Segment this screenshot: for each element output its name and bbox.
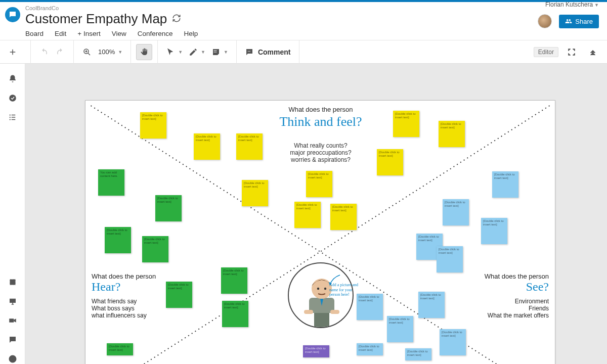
- app-logo[interactable]: [5, 7, 20, 22]
- workspace-name[interactable]: CoolBrandCo: [25, 5, 599, 11]
- list-icon[interactable]: [8, 112, 18, 122]
- select-area-icon[interactable]: [8, 277, 18, 287]
- sticky-note[interactable]: [Double click to insert text]: [105, 227, 131, 253]
- sticky-note[interactable]: [Double click to insert text]: [303, 345, 329, 357]
- sticky-note[interactable]: [Double click to insert text]: [142, 236, 168, 262]
- zoom-level[interactable]: 100%▼: [95, 44, 125, 60]
- persona-hint: Add a picture and name for your person h…: [329, 283, 360, 297]
- app-header: Florian Kutschera▼ CoolBrandCo Customer …: [0, 2, 607, 40]
- board-title[interactable]: Customer Empathy Map: [25, 11, 167, 27]
- check-circle-icon[interactable]: [8, 93, 18, 103]
- sticky-note[interactable]: [Double click to insert text]: [107, 343, 133, 355]
- svg-rect-23: [330, 310, 339, 314]
- undo-button[interactable]: [36, 44, 52, 60]
- sticky-note[interactable]: [Double click to insert text]: [437, 246, 463, 272]
- chat-icon[interactable]: [8, 335, 18, 345]
- compass-icon[interactable]: [8, 354, 18, 364]
- bell-icon[interactable]: [8, 74, 18, 84]
- sticky-note[interactable]: [Double click to insert text]: [492, 171, 518, 198]
- hear-question: What does the person: [92, 272, 193, 280]
- collapse-icon[interactable]: [585, 44, 601, 60]
- left-rail: [0, 64, 25, 364]
- svg-rect-12: [10, 299, 16, 303]
- sticky-note[interactable]: [Double click to insert text]: [166, 282, 192, 308]
- editor-badge[interactable]: Editor: [534, 47, 558, 57]
- sticky-note[interactable]: [Double click to insert text]: [306, 171, 332, 197]
- sticky-note[interactable]: [Double click to insert text]: [330, 204, 357, 230]
- sticky-note[interactable]: [Double click to insert text]: [393, 111, 419, 137]
- menu-conference[interactable]: Conference: [138, 30, 173, 37]
- menu-board[interactable]: Board: [25, 30, 44, 37]
- sticky-note[interactable]: You can add content here.: [98, 169, 124, 196]
- sticky-note[interactable]: [Double click to insert text]: [194, 133, 220, 160]
- think-question: What does the person: [255, 106, 386, 113]
- svg-rect-6: [11, 115, 15, 116]
- sticky-note[interactable]: [Double click to insert text]: [221, 267, 247, 294]
- avatar[interactable]: [538, 14, 552, 28]
- see-heading: See?: [448, 280, 549, 294]
- canvas[interactable]: What does the person Think and feel? Wha…: [25, 64, 607, 364]
- zoom-icon[interactable]: [79, 44, 95, 60]
- pen-tool[interactable]: ▼: [186, 44, 208, 60]
- svg-rect-13: [9, 318, 14, 323]
- present-icon[interactable]: [8, 296, 18, 306]
- sticky-note[interactable]: [Double click to insert text]: [481, 218, 507, 244]
- redo-button[interactable]: [52, 44, 68, 60]
- svg-point-4: [9, 95, 16, 102]
- svg-rect-8: [11, 117, 15, 118]
- svg-point-5: [9, 114, 10, 115]
- svg-point-9: [9, 119, 10, 120]
- share-button[interactable]: Share: [559, 15, 599, 28]
- sync-icon[interactable]: [172, 14, 181, 25]
- sticky-note[interactable]: [Double click to insert text]: [222, 301, 248, 327]
- menu-help[interactable]: Help: [184, 30, 198, 37]
- fullscreen-icon[interactable]: [563, 44, 580, 60]
- comment-button[interactable]: Comment: [242, 44, 294, 60]
- add-button[interactable]: [5, 44, 21, 60]
- sticky-note[interactable]: [Double click to insert text]: [242, 180, 268, 206]
- sticky-note[interactable]: [Double click to insert text]: [377, 149, 403, 175]
- sticky-note[interactable]: [Double click to insert text]: [418, 292, 445, 318]
- menu-insert[interactable]: + Insert: [77, 30, 100, 37]
- think-heading: Think and feel?: [255, 114, 386, 129]
- pointer-tool[interactable]: ▼: [163, 44, 186, 60]
- video-icon[interactable]: [8, 315, 18, 326]
- share-label: Share: [575, 18, 593, 25]
- menu-view[interactable]: View: [112, 30, 126, 37]
- svg-point-7: [9, 117, 10, 118]
- svg-rect-22: [304, 310, 313, 314]
- hand-tool[interactable]: [136, 44, 152, 60]
- note-tool[interactable]: ▼: [208, 44, 231, 60]
- svg-point-21: [324, 288, 326, 290]
- svg-line-1: [88, 53, 90, 55]
- sticky-note[interactable]: [Double click to insert text]: [294, 202, 321, 228]
- sticky-note[interactable]: [Double click to insert text]: [440, 329, 466, 355]
- sticky-note[interactable]: [Double click to insert text]: [357, 343, 383, 355]
- toolbar: 100%▼ ▼ ▼ ▼ Comment Editor: [0, 40, 607, 64]
- sticky-note[interactable]: [Double click to insert text]: [443, 199, 469, 225]
- menu-edit[interactable]: Edit: [55, 30, 66, 37]
- main-menu: Board Edit + Insert View Conference Help: [25, 30, 599, 37]
- empathy-map-board[interactable]: What does the person Think and feel? Wha…: [85, 100, 555, 364]
- sticky-note[interactable]: [Double click to insert text]: [405, 348, 431, 360]
- svg-point-20: [317, 288, 319, 290]
- sticky-note[interactable]: [Double click to insert text]: [439, 121, 465, 147]
- sticky-note[interactable]: [Double click to insert text]: [387, 316, 413, 342]
- see-question: What does the person: [448, 272, 549, 280]
- sticky-note[interactable]: [Double click to insert text]: [140, 112, 166, 139]
- sticky-note[interactable]: [Double click to insert text]: [236, 133, 263, 160]
- sticky-note[interactable]: [Double click to insert text]: [357, 294, 383, 320]
- svg-rect-10: [11, 119, 15, 120]
- sticky-note[interactable]: [Double click to insert text]: [155, 195, 182, 221]
